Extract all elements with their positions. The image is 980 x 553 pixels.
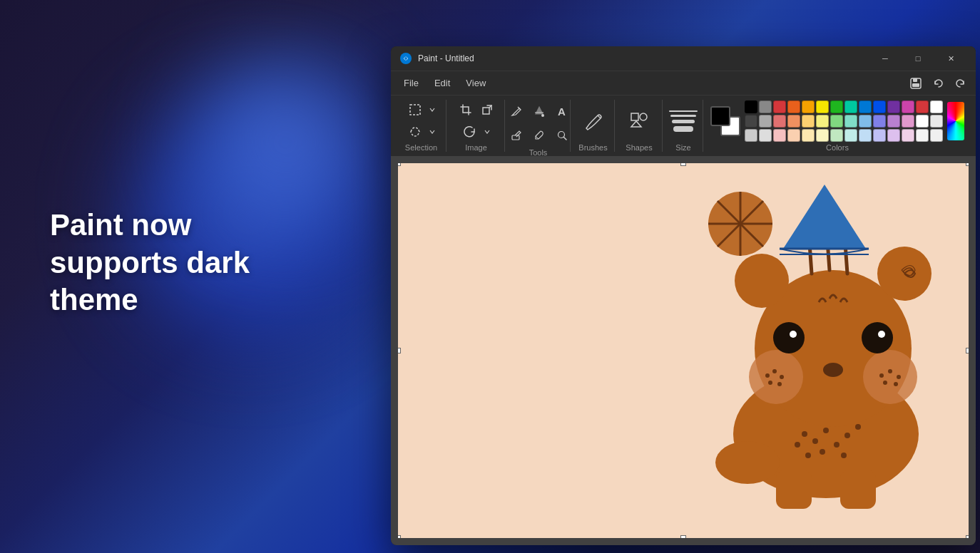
color-swatch[interactable]: [802, 100, 815, 113]
color-swatch[interactable]: [873, 115, 886, 128]
color-swatch[interactable]: [830, 100, 843, 113]
pencil-button[interactable]: [505, 100, 528, 123]
brush-button[interactable]: [577, 105, 610, 138]
menu-edit[interactable]: Edit: [427, 75, 457, 91]
image-tools: [454, 100, 499, 142]
color-swatch[interactable]: [930, 115, 943, 128]
paint-app-icon: [399, 52, 412, 65]
save-button[interactable]: [904, 73, 927, 93]
resize-handle-br[interactable]: [966, 535, 969, 538]
magnifier-button[interactable]: [551, 124, 573, 147]
menu-view[interactable]: View: [459, 75, 493, 91]
color-swatch[interactable]: [844, 115, 857, 128]
selection-tool-group: Selection: [397, 100, 446, 152]
resize-handle-mr[interactable]: [966, 348, 969, 353]
color-swatch[interactable]: [902, 100, 914, 113]
color-swatch[interactable]: [773, 129, 786, 142]
canvas-area[interactable]: [391, 156, 976, 545]
color-swatch[interactable]: [773, 100, 786, 113]
color-swatch[interactable]: [902, 115, 914, 128]
redo-button[interactable]: [950, 73, 970, 93]
menu-file[interactable]: File: [397, 75, 426, 91]
rotate-button[interactable]: [460, 122, 480, 142]
svg-point-30: [790, 331, 797, 338]
close-button[interactable]: ✕: [934, 46, 967, 71]
color-swatch[interactable]: [745, 129, 757, 142]
color-swatch[interactable]: [830, 129, 843, 142]
svg-point-22: [777, 382, 782, 386]
crop-button[interactable]: [456, 100, 476, 120]
color-swatch[interactable]: [887, 129, 900, 142]
svg-point-21: [768, 381, 772, 385]
color-swatch[interactable]: [787, 115, 800, 128]
resize-handle-bl[interactable]: [398, 535, 401, 538]
color-swatch[interactable]: [816, 115, 829, 128]
color-swatch[interactable]: [844, 100, 857, 113]
headline-line2: supports dark: [50, 246, 250, 279]
fill-button[interactable]: [528, 100, 551, 123]
color-swatch[interactable]: [873, 129, 886, 142]
color-swatch[interactable]: [745, 100, 757, 113]
color-swatch[interactable]: [830, 115, 843, 128]
svg-point-1: [404, 57, 407, 60]
color-swatch[interactable]: [916, 115, 929, 128]
svg-point-29: [862, 322, 893, 353]
color-swatch[interactable]: [873, 100, 886, 113]
color-swatch[interactable]: [859, 129, 872, 142]
svg-point-24: [888, 369, 892, 373]
free-select-dropdown[interactable]: [427, 122, 438, 142]
brushes-label: Brushes: [578, 143, 607, 152]
resize-button[interactable]: [477, 100, 497, 120]
eyedropper-button[interactable]: [528, 124, 551, 147]
resize-handle-ml[interactable]: [398, 348, 401, 353]
color-swatch[interactable]: [887, 115, 900, 128]
maximize-button[interactable]: □: [902, 46, 934, 71]
color-swatch[interactable]: [887, 100, 900, 113]
color-swatch[interactable]: [759, 115, 772, 128]
brushes-tool-group: Brushes: [572, 100, 615, 152]
color-swatch[interactable]: [802, 115, 815, 128]
color-swatch[interactable]: [787, 100, 800, 113]
resize-handle-bm[interactable]: [680, 535, 686, 538]
rainbow-color-picker[interactable]: [947, 102, 964, 140]
size-line-3: [672, 120, 695, 123]
eraser-button[interactable]: [505, 124, 528, 147]
color-swatch[interactable]: [902, 129, 914, 142]
free-select-button[interactable]: [405, 122, 425, 142]
shapes-button[interactable]: [623, 105, 655, 138]
rotate-dropdown[interactable]: [481, 122, 493, 142]
text-button[interactable]: A: [551, 100, 573, 123]
svg-point-17: [863, 350, 917, 404]
svg-point-43: [805, 453, 811, 458]
color-swatch[interactable]: [844, 129, 857, 142]
color-swatch[interactable]: [916, 129, 929, 142]
color-swatch[interactable]: [859, 115, 872, 128]
svg-point-18: [765, 373, 770, 378]
headline: Paint now supports dark theme: [50, 207, 250, 319]
resize-handle-tm[interactable]: [680, 163, 686, 166]
color-swatch[interactable]: [745, 115, 757, 128]
color-swatch[interactable]: [930, 100, 943, 113]
color-swatch[interactable]: [916, 100, 929, 113]
resize-handle-tr[interactable]: [966, 163, 969, 166]
color-swatch[interactable]: [759, 100, 772, 113]
color-swatch[interactable]: [759, 129, 772, 142]
svg-rect-5: [410, 105, 420, 115]
color-swatch[interactable]: [930, 129, 943, 142]
select-dropdown-button[interactable]: [427, 100, 438, 120]
color-swatch[interactable]: [859, 100, 872, 113]
foreground-color-box[interactable]: [710, 106, 730, 126]
color-swatch[interactable]: [787, 129, 800, 142]
svg-point-37: [812, 438, 818, 444]
resize-handle-tl[interactable]: [398, 163, 401, 166]
color-swatch[interactable]: [773, 115, 786, 128]
canvas-surface[interactable]: [398, 163, 969, 538]
rect-select-button[interactable]: [405, 100, 425, 120]
svg-point-38: [823, 428, 829, 433]
color-swatch[interactable]: [802, 129, 815, 142]
color-swatch[interactable]: [816, 129, 829, 142]
minimize-button[interactable]: ─: [869, 46, 902, 71]
toolbar: Selection: [391, 95, 976, 156]
undo-button[interactable]: [929, 73, 949, 93]
color-swatch[interactable]: [816, 100, 829, 113]
